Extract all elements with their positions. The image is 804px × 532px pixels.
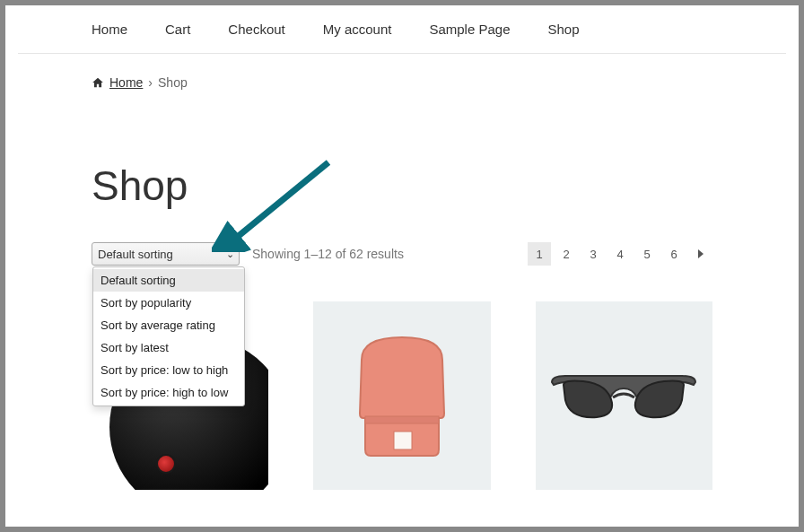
- sort-option-rating[interactable]: Sort by average rating: [93, 314, 244, 336]
- sort-option-price-desc[interactable]: Sort by price: high to low: [93, 381, 244, 404]
- sort-option-default[interactable]: Default sorting: [93, 269, 244, 292]
- nav-link-sample-page[interactable]: Sample Page: [429, 22, 510, 37]
- shop-toolbar: Default sorting ⌄ Default sorting Sort b…: [92, 242, 712, 266]
- top-nav: Home Cart Checkout My account Sample Pag…: [5, 5, 799, 53]
- page-1-button[interactable]: 1: [528, 242, 551, 266]
- product-card[interactable]: [313, 301, 490, 490]
- result-count: Showing 1–12 of 62 results: [252, 247, 404, 261]
- nav-link-checkout[interactable]: Checkout: [228, 22, 284, 37]
- nav-link-home[interactable]: Home: [92, 22, 127, 37]
- home-icon: [92, 76, 104, 89]
- breadcrumb-separator: ›: [148, 75, 153, 90]
- pagination: 1 2 3 4 5 6: [528, 242, 712, 266]
- product-card[interactable]: [536, 301, 712, 490]
- breadcrumb-current: Shop: [158, 75, 188, 90]
- nav-link-cart[interactable]: Cart: [165, 22, 190, 37]
- product-image: [344, 328, 460, 463]
- sort-select[interactable]: Default sorting ⌄ Default sorting Sort b…: [92, 242, 240, 266]
- sort-option-price-asc[interactable]: Sort by price: low to high: [93, 359, 244, 381]
- page-3-button[interactable]: 3: [581, 242, 605, 266]
- nav-link-my-account[interactable]: My account: [323, 22, 392, 37]
- sort-option-latest[interactable]: Sort by latest: [93, 336, 244, 359]
- sort-dropdown: Default sorting Sort by popularity Sort …: [92, 266, 245, 406]
- nav-link-shop[interactable]: Shop: [548, 22, 580, 37]
- page-5-button[interactable]: 5: [635, 242, 659, 266]
- product-image: [547, 360, 700, 432]
- chevron-down-icon: ⌄: [226, 249, 234, 260]
- sort-select-value: Default sorting: [98, 248, 173, 261]
- page-6-button[interactable]: 6: [662, 242, 686, 266]
- svg-rect-0: [365, 416, 439, 423]
- page-2-button[interactable]: 2: [555, 242, 578, 266]
- page-next-button[interactable]: [689, 242, 712, 266]
- breadcrumb-home-link[interactable]: Home: [109, 75, 143, 90]
- svg-rect-1: [394, 432, 412, 449]
- chevron-right-icon: [698, 249, 704, 258]
- page-title: Shop: [92, 161, 712, 210]
- page-4-button[interactable]: 4: [608, 242, 632, 266]
- sort-option-popularity[interactable]: Sort by popularity: [93, 292, 244, 314]
- breadcrumb: Home › Shop: [92, 75, 712, 90]
